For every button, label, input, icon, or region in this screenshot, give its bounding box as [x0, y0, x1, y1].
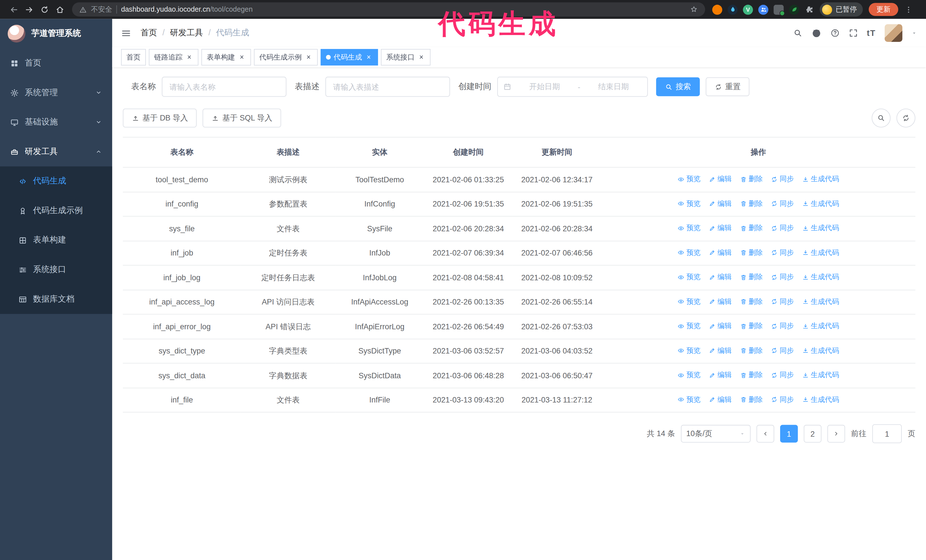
sync-link[interactable]: 同步 [771, 369, 794, 381]
preview-link[interactable]: 预览 [678, 320, 701, 332]
extension-orange-icon[interactable] [712, 5, 722, 15]
sidebar-subitem-codegen[interactable]: 代码生成 [0, 166, 112, 196]
vue-devtools-extension-icon[interactable]: V [743, 5, 753, 15]
tab-form-builder[interactable]: 表单构建× [201, 49, 251, 65]
delete-link[interactable]: 删除 [740, 393, 763, 406]
delete-link[interactable]: 删除 [740, 173, 763, 186]
delete-link[interactable]: 删除 [740, 369, 763, 381]
extension-leaf-icon[interactable] [789, 5, 799, 15]
browser-back-button[interactable] [6, 2, 21, 17]
sync-link[interactable]: 同步 [771, 173, 794, 186]
edit-link[interactable]: 编辑 [709, 295, 732, 308]
sync-link[interactable]: 同步 [771, 246, 794, 259]
page-button-2[interactable]: 2 [804, 425, 822, 443]
address-bar[interactable]: 不安全 dashboard.yudao.iocoder.cn/tool/code… [72, 2, 705, 17]
extension-gray-icon[interactable] [773, 5, 784, 15]
sync-link[interactable]: 同步 [771, 198, 794, 210]
sidebar-item-dev-tools[interactable]: 研发工具 [0, 137, 112, 167]
edit-link[interactable]: 编辑 [709, 393, 732, 406]
preview-link[interactable]: 预览 [678, 173, 701, 186]
edit-link[interactable]: 编辑 [709, 320, 732, 332]
generate-code-link[interactable]: 生成代码 [802, 320, 839, 332]
delete-link[interactable]: 删除 [740, 246, 763, 259]
breadcrumb-item[interactable]: 研发工具 [170, 28, 216, 38]
reset-button[interactable]: 重置 [706, 77, 749, 96]
user-avatar[interactable] [885, 24, 902, 42]
tab-system-api[interactable]: 系统接口× [381, 49, 431, 65]
sidebar-subitem-codegen-example[interactable]: 代码生成示例 [0, 196, 112, 226]
edit-link[interactable]: 编辑 [709, 271, 732, 284]
close-icon[interactable]: × [365, 53, 373, 61]
table-name-input[interactable] [162, 77, 286, 97]
edit-link[interactable]: 编辑 [709, 222, 732, 234]
sync-link[interactable]: 同步 [771, 320, 794, 332]
generate-code-link[interactable]: 生成代码 [802, 246, 839, 259]
profile-paused-chip[interactable]: 已暂停 [820, 2, 863, 17]
zoom-button[interactable] [872, 109, 890, 127]
preview-link[interactable]: 预览 [678, 369, 701, 381]
delete-link[interactable]: 删除 [740, 295, 763, 308]
import-db-button[interactable]: 基于 DB 导入 [123, 109, 197, 127]
preview-link[interactable]: 预览 [678, 198, 701, 210]
sync-link[interactable]: 同步 [771, 344, 794, 357]
edit-link[interactable]: 编辑 [709, 344, 732, 357]
search-button[interactable]: 搜索 [656, 77, 700, 96]
extension-people-icon[interactable] [758, 5, 768, 15]
search-icon[interactable] [793, 28, 802, 38]
generate-code-link[interactable]: 生成代码 [802, 173, 839, 186]
github-icon[interactable] [811, 28, 821, 38]
close-icon[interactable]: × [305, 53, 313, 61]
preview-link[interactable]: 预览 [678, 271, 701, 284]
bookmark-star-icon[interactable] [690, 5, 698, 14]
font-size-icon[interactable]: tT [867, 28, 876, 38]
delete-link[interactable]: 删除 [740, 222, 763, 234]
sync-link[interactable]: 同步 [771, 295, 794, 308]
browser-forward-button[interactable] [21, 2, 37, 17]
date-range-picker[interactable]: 开始日期 - 结束日期 [497, 77, 648, 97]
goto-page-input[interactable] [872, 424, 902, 443]
tab-codegen-example[interactable]: 代码生成示例× [254, 49, 318, 65]
close-icon[interactable]: × [238, 53, 246, 61]
edit-link[interactable]: 编辑 [709, 369, 732, 381]
delete-link[interactable]: 删除 [740, 271, 763, 284]
edit-link[interactable]: 编辑 [709, 173, 732, 186]
preview-link[interactable]: 预览 [678, 393, 701, 406]
help-icon[interactable] [830, 28, 840, 38]
breadcrumb-item[interactable]: 首页 [141, 28, 170, 38]
generate-code-link[interactable]: 生成代码 [802, 198, 839, 210]
edit-link[interactable]: 编辑 [709, 246, 732, 259]
tab-home[interactable]: 首页 [121, 49, 146, 65]
generate-code-link[interactable]: 生成代码 [802, 369, 839, 381]
sidebar-item-system-management[interactable]: 系统管理 [0, 78, 112, 107]
refresh-button[interactable] [896, 109, 915, 127]
preview-link[interactable]: 预览 [678, 344, 701, 357]
close-icon[interactable]: × [418, 53, 425, 61]
tab-codegen[interactable]: 代码生成× [321, 49, 378, 65]
generate-code-link[interactable]: 生成代码 [802, 271, 839, 284]
sidebar-item-infrastructure[interactable]: 基础设施 [0, 107, 112, 137]
prev-page-button[interactable] [757, 425, 774, 443]
import-sql-button[interactable]: 基于 SQL 导入 [203, 109, 281, 127]
browser-home-button[interactable] [52, 2, 67, 17]
table-desc-input[interactable] [325, 77, 450, 97]
tab-trace[interactable]: 链路追踪× [149, 49, 198, 65]
extensions-puzzle-icon[interactable] [804, 5, 814, 14]
generate-code-link[interactable]: 生成代码 [802, 295, 839, 308]
sidebar-subitem-form-builder[interactable]: 表单构建 [0, 225, 112, 255]
preview-link[interactable]: 预览 [678, 295, 701, 308]
page-button-1[interactable]: 1 [780, 425, 798, 443]
sync-link[interactable]: 同步 [771, 393, 794, 406]
delete-link[interactable]: 删除 [740, 198, 763, 210]
delete-link[interactable]: 删除 [740, 320, 763, 332]
extension-drop-icon[interactable] [728, 5, 738, 15]
browser-reload-button[interactable] [37, 2, 52, 17]
delete-link[interactable]: 删除 [740, 344, 763, 357]
sidebar-subitem-system-api[interactable]: 系统接口 [0, 255, 112, 285]
preview-link[interactable]: 预览 [678, 222, 701, 234]
sync-link[interactable]: 同步 [771, 271, 794, 284]
browser-menu-button[interactable] [901, 2, 916, 17]
close-icon[interactable]: × [186, 53, 193, 61]
sidebar-collapse-icon[interactable] [121, 28, 131, 38]
sidebar-item-home[interactable]: 首页 [0, 48, 112, 78]
fullscreen-icon[interactable] [849, 28, 858, 38]
